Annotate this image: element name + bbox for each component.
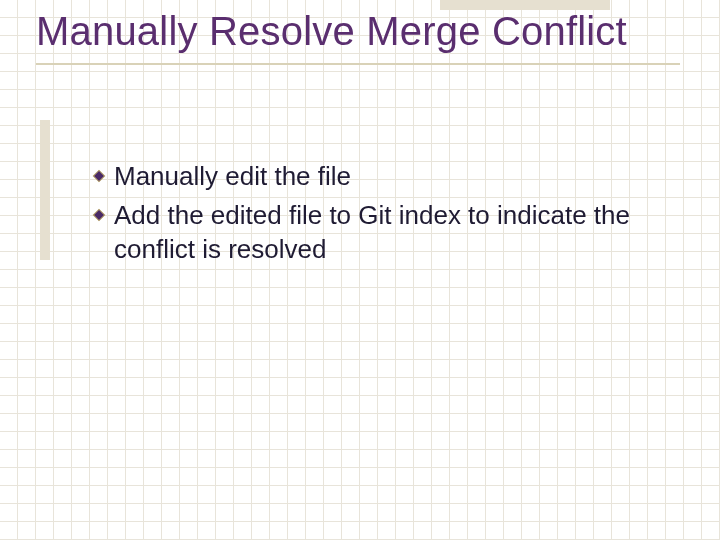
title-underline (36, 63, 680, 65)
list-item-text: Manually edit the file (114, 160, 351, 193)
title-block: Manually Resolve Merge Conflict (36, 8, 680, 65)
list-item: Manually edit the file (92, 160, 660, 193)
accent-bar-left (40, 120, 50, 260)
list-item: Add the edited file to Git index to indi… (92, 199, 660, 266)
bullet-list: Manually edit the file Add the edited fi… (92, 160, 660, 272)
list-item-text: Add the edited file to Git index to indi… (114, 199, 660, 266)
diamond-bullet-icon (92, 208, 106, 222)
slide-title: Manually Resolve Merge Conflict (36, 8, 680, 55)
svg-rect-0 (93, 170, 104, 181)
svg-rect-1 (93, 210, 104, 221)
diamond-bullet-icon (92, 169, 106, 183)
